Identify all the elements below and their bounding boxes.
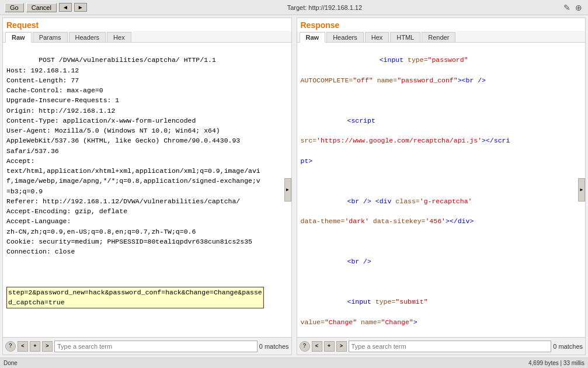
request-tab-hex[interactable]: Hex xyxy=(107,32,131,42)
response-content-text: <input type="password" AUTOCOMPLETE="off… xyxy=(301,45,582,337)
scope-icon[interactable]: ⊕ xyxy=(574,3,583,12)
response-search-prev-btn[interactable]: < xyxy=(312,341,322,352)
status-bar: Done 4,699 bytes | 33 millis xyxy=(0,357,588,368)
status-left: Done xyxy=(4,360,18,366)
go-button[interactable]: Go xyxy=(5,3,24,12)
request-tabs: Raw Params Headers Hex xyxy=(3,31,291,43)
request-search-input[interactable] xyxy=(54,341,258,352)
request-tab-raw[interactable]: Raw xyxy=(5,32,32,43)
response-title: Response xyxy=(297,18,586,31)
response-tab-render[interactable]: Render xyxy=(422,32,455,42)
main-content: Request Raw Params Headers Hex POST /DVW… xyxy=(0,15,588,357)
top-bar-left: Go Cancel ◄ ► xyxy=(5,3,87,12)
request-content-text: POST /DVWA/vulnerabilities/captcha/ HTTP… xyxy=(6,45,288,318)
response-search-bar: ? < + > 0 matches xyxy=(297,337,586,355)
request-search-help-icon[interactable]: ? xyxy=(5,341,16,352)
top-bar: Go Cancel ◄ ► Target: http://192.168.1.1… xyxy=(0,0,588,15)
request-search-bar: ? < + > 0 matches xyxy=(3,337,291,355)
request-search-next-btn[interactable]: > xyxy=(42,341,53,352)
response-matches-text: 0 matches xyxy=(553,343,583,350)
nav-forward-button[interactable]: ► xyxy=(74,3,87,12)
response-tab-raw[interactable]: Raw xyxy=(300,32,326,43)
response-tab-hex[interactable]: Hex xyxy=(365,32,389,42)
response-tab-headers[interactable]: Headers xyxy=(326,32,364,42)
response-search-help-icon[interactable]: ? xyxy=(300,341,310,352)
status-right: 4,699 bytes | 33 millis xyxy=(528,360,584,366)
request-content-area[interactable]: POST /DVWA/vulnerabilities/captcha/ HTTP… xyxy=(3,43,291,337)
target-text: Target: http://192.168.1.12 xyxy=(287,4,362,11)
response-tabs: Raw Headers Hex HTML Render xyxy=(297,31,586,43)
target-icons: ✎ ⊕ xyxy=(562,3,583,12)
nav-back-button[interactable]: ◄ xyxy=(59,3,72,12)
response-scroll-right-arrow[interactable]: ▶ xyxy=(578,178,585,202)
response-search-next-btn[interactable]: > xyxy=(336,341,347,352)
cancel-button[interactable]: Cancel xyxy=(26,3,57,12)
response-search-plus-btn[interactable]: + xyxy=(324,341,335,352)
request-tab-params[interactable]: Params xyxy=(33,32,68,42)
request-matches-text: 0 matches xyxy=(259,343,289,350)
request-tab-headers[interactable]: Headers xyxy=(69,32,106,42)
scroll-right-arrow[interactable]: ▶ xyxy=(284,178,291,202)
response-tab-html[interactable]: HTML xyxy=(390,32,420,42)
response-content-area[interactable]: <input type="password" AUTOCOMPLETE="off… xyxy=(297,43,586,337)
request-pane: Request Raw Params Headers Hex POST /DVW… xyxy=(2,18,292,355)
request-search-prev-btn[interactable]: < xyxy=(18,341,28,352)
request-title: Request xyxy=(3,18,291,31)
response-search-input[interactable] xyxy=(349,341,552,352)
request-highlight-step: step=2&password_new=hack&password_conf=h… xyxy=(6,287,264,308)
edit-icon[interactable]: ✎ xyxy=(562,3,572,12)
response-pane: Response Raw Headers Hex HTML Render <in… xyxy=(297,18,586,355)
request-search-plus-btn[interactable]: + xyxy=(30,341,40,352)
